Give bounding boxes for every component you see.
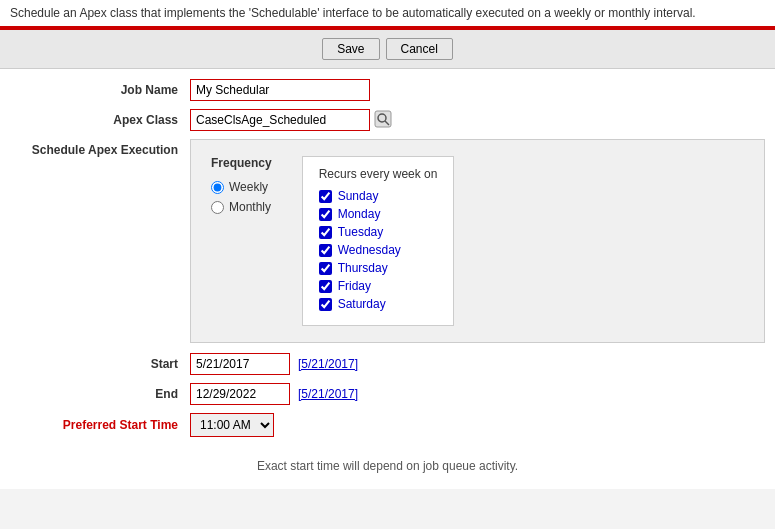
apex-class-search-button[interactable]: [374, 110, 392, 131]
start-date-link[interactable]: [5/21/2017]: [298, 357, 358, 371]
cancel-button[interactable]: Cancel: [386, 38, 453, 60]
day-tuesday[interactable]: Tuesday: [319, 225, 438, 239]
end-row: End [5/21/2017]: [0, 383, 775, 405]
info-text: Schedule an Apex class that implements t…: [10, 6, 696, 20]
apex-class-row: Apex Class: [0, 109, 775, 131]
wednesday-checkbox[interactable]: [319, 244, 332, 257]
day-monday[interactable]: Monday: [319, 207, 438, 221]
day-wednesday[interactable]: Wednesday: [319, 243, 438, 257]
info-bar: Schedule an Apex class that implements t…: [0, 0, 775, 28]
weekly-option[interactable]: Weekly: [211, 180, 272, 194]
monday-label: Monday: [338, 207, 381, 221]
button-bar: Save Cancel: [0, 30, 775, 69]
preferred-time-select[interactable]: 11:00 AM 11:30 AM 12:00 PM 12:30 PM: [190, 413, 274, 437]
apex-class-input[interactable]: [190, 109, 370, 131]
day-thursday[interactable]: Thursday: [319, 261, 438, 275]
preferred-time-label: Preferred Start Time: [10, 418, 190, 432]
monthly-option[interactable]: Monthly: [211, 200, 272, 214]
schedule-box: Frequency Weekly Monthly Recurs every we…: [190, 139, 765, 343]
recurs-box: Recurs every week on Sunday Monday Tuesd…: [302, 156, 455, 326]
friday-label: Friday: [338, 279, 371, 293]
start-date-input[interactable]: [190, 353, 290, 375]
end-date-link[interactable]: [5/21/2017]: [298, 387, 358, 401]
monday-checkbox[interactable]: [319, 208, 332, 221]
frequency-label: Frequency: [211, 156, 272, 170]
preferred-time-row: Preferred Start Time 11:00 AM 11:30 AM 1…: [0, 413, 775, 437]
wednesday-label: Wednesday: [338, 243, 401, 257]
thursday-label: Thursday: [338, 261, 388, 275]
saturday-label: Saturday: [338, 297, 386, 311]
start-label: Start: [10, 357, 190, 371]
form-area: Job Name Apex Class Schedule Apex Execut…: [0, 69, 775, 489]
schedule-apex-label: Schedule Apex Execution: [10, 139, 190, 157]
end-label: End: [10, 387, 190, 401]
friday-checkbox[interactable]: [319, 280, 332, 293]
tuesday-checkbox[interactable]: [319, 226, 332, 239]
thursday-checkbox[interactable]: [319, 262, 332, 275]
frequency-section: Frequency Weekly Monthly: [211, 156, 272, 214]
start-row: Start [5/21/2017]: [0, 353, 775, 375]
saturday-checkbox[interactable]: [319, 298, 332, 311]
note-text: Exact start time will depend on job queu…: [0, 445, 775, 479]
search-icon: [374, 110, 392, 128]
day-friday[interactable]: Friday: [319, 279, 438, 293]
weekly-label: Weekly: [229, 180, 268, 194]
recurs-title: Recurs every week on: [319, 167, 438, 181]
job-name-label: Job Name: [10, 83, 190, 97]
day-saturday[interactable]: Saturday: [319, 297, 438, 311]
sunday-label: Sunday: [338, 189, 379, 203]
schedule-apex-row: Schedule Apex Execution Frequency Weekly…: [0, 139, 775, 343]
day-sunday[interactable]: Sunday: [319, 189, 438, 203]
end-date-input[interactable]: [190, 383, 290, 405]
save-button[interactable]: Save: [322, 38, 379, 60]
monthly-radio[interactable]: [211, 201, 224, 214]
monthly-label: Monthly: [229, 200, 271, 214]
sunday-checkbox[interactable]: [319, 190, 332, 203]
tuesday-label: Tuesday: [338, 225, 384, 239]
weekly-radio[interactable]: [211, 181, 224, 194]
job-name-input[interactable]: [190, 79, 370, 101]
job-name-row: Job Name: [0, 79, 775, 101]
apex-class-label: Apex Class: [10, 113, 190, 127]
